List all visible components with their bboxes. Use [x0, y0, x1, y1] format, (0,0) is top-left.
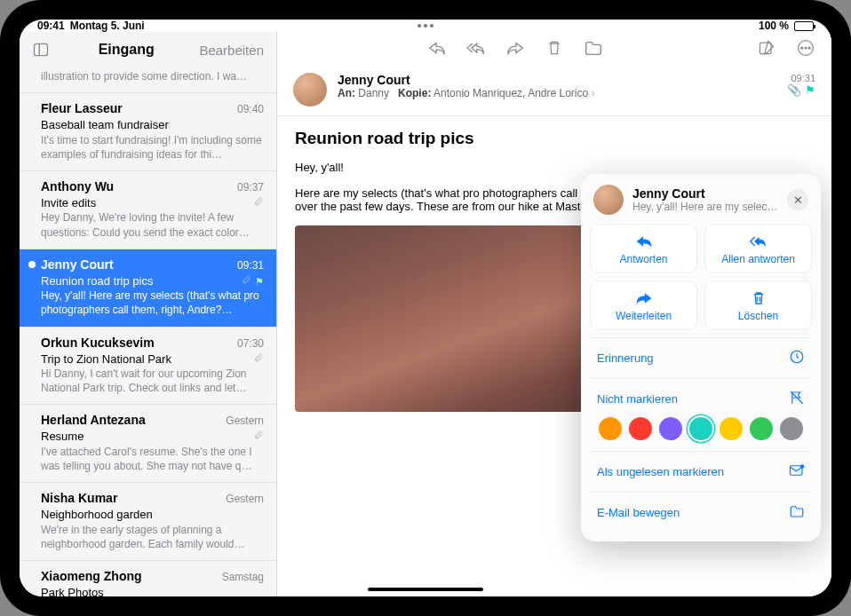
folder-icon [789, 503, 805, 522]
home-indicator[interactable] [368, 588, 483, 591]
mail-subject: Reunion road trip pics [295, 129, 814, 148]
msg-preview: Hi Danny, I can't wait for our upcoming … [41, 367, 264, 395]
msg-subject: Baseball team fundraiser [41, 117, 169, 133]
msg-time: 09:37 [237, 180, 264, 194]
sidebar-toggle-button[interactable] [28, 38, 53, 61]
battery-icon [794, 21, 814, 31]
msg-subject: Neighborhood garden [41, 507, 153, 523]
message-item[interactable]: Fleur Lasseur09:40Baseball team fundrais… [20, 93, 276, 171]
message-item[interactable]: Anthony Wu09:37Invite editsHey Danny, We… [20, 171, 276, 249]
flag-color-2[interactable] [659, 417, 682, 440]
multitask-dots[interactable] [418, 24, 433, 28]
popover-avatar [593, 185, 624, 215]
reply-icon[interactable] [427, 39, 447, 60]
message-item[interactable]: Nisha KumarGesternNeighborhood gardenWe'… [20, 483, 276, 561]
flag-color-3[interactable] [689, 417, 712, 440]
paperclip-icon [254, 196, 264, 209]
attachment-icon: 📎 [787, 83, 801, 97]
status-bar: 09:41 Montag 5. Juni 100 % [20, 20, 831, 32]
close-icon[interactable]: ✕ [787, 189, 808, 210]
svg-rect-1 [35, 43, 48, 55]
unflag-icon [789, 390, 805, 408]
envelope-icon [789, 462, 805, 481]
msg-subject: Reunion road trip pics [41, 273, 153, 289]
svg-point-12 [808, 47, 810, 49]
mail-time: 09:31 [787, 73, 815, 83]
reply-all-button[interactable]: Allen antworten [704, 224, 812, 273]
flag-row[interactable]: Nicht markieren [590, 378, 812, 451]
msg-subject: Invite edits [41, 195, 96, 211]
msg-preview: I've attached Carol's resume. She's the … [41, 445, 264, 473]
sender-avatar[interactable] [293, 73, 327, 107]
flag-color-row [597, 417, 805, 440]
msg-time: Samstag [222, 570, 264, 584]
message-item[interactable]: Herland AntezanaGesternResumeI've attach… [20, 405, 276, 483]
msg-preview: Hey, y'all! Here are my selects (that's … [41, 288, 264, 317]
msg-sender: Anthony Wu [41, 178, 114, 195]
mail-pane: Jenny Court An: Danny Kopie: Antonio Man… [277, 32, 831, 596]
remind-me-row[interactable]: Erinnerung [590, 337, 812, 378]
message-actions-popover: Jenny Court Hey, y'all! Here are my sele… [581, 174, 821, 541]
more-icon[interactable] [796, 39, 815, 60]
msg-preview: illustration to provide some direction. … [41, 69, 264, 83]
msg-time: 09:40 [237, 102, 264, 116]
msg-sender: Xiaomeng Zhong [41, 568, 142, 585]
mark-unread-row[interactable]: Als ungelesen markieren [590, 451, 812, 492]
msg-subject: Trip to Zion National Park [41, 351, 171, 367]
message-item[interactable]: illustration to provide some direction. … [20, 67, 276, 93]
paperclip-icon [254, 430, 264, 443]
battery-percent: 100 % [759, 20, 789, 32]
msg-subject: Park Photos [41, 585, 104, 596]
msg-subject: Resume [41, 429, 84, 445]
delete-button[interactable]: Löschen [704, 280, 812, 330]
mail-toolbar [277, 32, 831, 67]
message-item[interactable]: Jenny Court09:31Reunion road trip pics⚑H… [20, 249, 276, 328]
mailbox-title: Eingang [99, 42, 155, 58]
flag-color-5[interactable] [750, 417, 773, 440]
msg-sender: Jenny Court [41, 257, 114, 273]
forward-button[interactable]: Weiterleiten [590, 280, 697, 330]
msg-preview: We're in the early stages of planning a … [41, 523, 264, 551]
move-mail-row[interactable]: E-Mail bewegen [590, 492, 812, 533]
svg-point-10 [801, 47, 803, 49]
message-list[interactable]: illustration to provide some direction. … [20, 67, 276, 596]
chevron-right-icon: › [592, 87, 595, 99]
move-folder-icon[interactable] [584, 39, 603, 60]
recipients-line[interactable]: An: Danny Kopie: Antonio Manriquez, Andr… [338, 87, 776, 99]
mailbox-sidebar: Eingang Bearbeiten illustration to provi… [20, 32, 277, 596]
flag-color-4[interactable] [720, 417, 743, 440]
msg-time: 09:31 [237, 258, 264, 272]
message-item[interactable]: Orkun Kucuksevim07:30Trip to Zion Nation… [20, 328, 276, 406]
paperclip-icon [254, 352, 264, 366]
msg-time: 07:30 [237, 336, 264, 351]
msg-preview: Hey Danny, We're loving the invite! A fe… [41, 210, 264, 239]
msg-sender: Herland Antezana [41, 412, 146, 429]
forward-icon[interactable] [505, 39, 525, 60]
message-item[interactable]: Xiaomeng ZhongSamstagPark PhotosHi Danny… [20, 561, 276, 596]
msg-sender: Nisha Kumar [41, 490, 117, 507]
popover-sender: Jenny Court [632, 186, 778, 201]
reply-all-icon[interactable] [466, 39, 486, 60]
flag-mini-icon: ⚑ [255, 276, 264, 287]
mail-greeting: Hey, y'all! [295, 161, 814, 174]
flag-color-0[interactable] [599, 417, 622, 440]
svg-point-11 [805, 47, 807, 49]
paperclip-icon [242, 274, 251, 288]
trash-icon[interactable] [545, 39, 564, 60]
flag-icon: ⚑ [805, 83, 815, 97]
compose-icon[interactable] [757, 39, 776, 60]
from-name[interactable]: Jenny Court [338, 73, 776, 87]
flag-color-1[interactable] [629, 417, 652, 440]
edit-button[interactable]: Bearbeiten [199, 43, 264, 58]
clock-icon [789, 349, 805, 367]
status-date: Montag 5. Juni [70, 20, 145, 32]
msg-preview: It's time to start fundraising! I'm incl… [41, 133, 264, 162]
flag-color-6[interactable] [780, 417, 803, 440]
msg-sender: Fleur Lasseur [41, 100, 123, 117]
reply-button[interactable]: Antworten [590, 224, 697, 273]
svg-point-15 [800, 464, 805, 469]
msg-sender: Orkun Kucuksevim [41, 335, 155, 351]
popover-preview: Hey, y'all! Here are my selects (that's… [632, 201, 778, 213]
msg-time: Gestern [226, 414, 264, 428]
msg-time: Gestern [226, 492, 264, 506]
